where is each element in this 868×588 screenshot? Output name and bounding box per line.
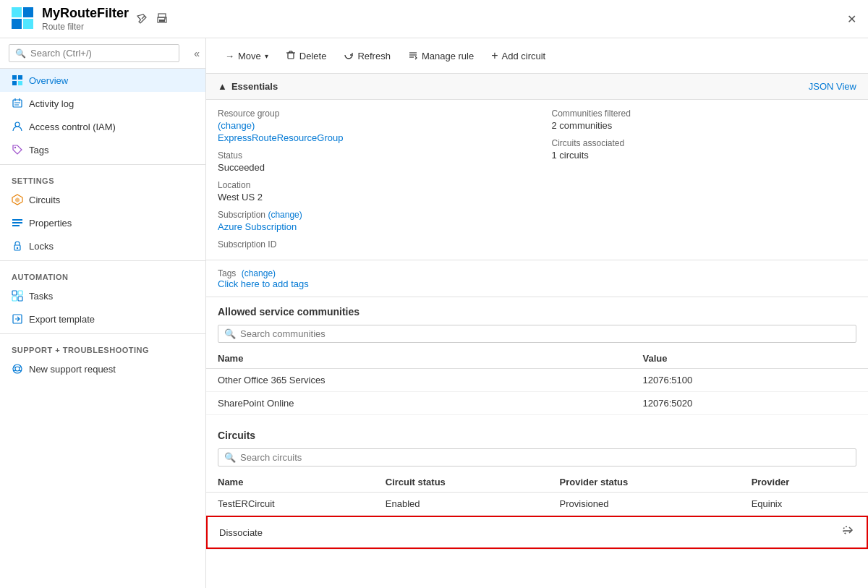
iam-icon [12, 121, 23, 132]
status-value: Succeeded [218, 162, 523, 173]
close-button[interactable]: ✕ [847, 12, 856, 26]
app-subtitle: Route filter [42, 22, 84, 32]
sidebar-item-overview[interactable]: Overview [0, 69, 205, 92]
dissociate-button[interactable]: Dissociate [206, 516, 868, 549]
sidebar-item-circuits[interactable]: Circuits [0, 188, 205, 211]
resource-group-value-link[interactable]: ExpressRouteResourceGroup [218, 132, 523, 143]
svg-point-26 [17, 247, 18, 249]
delete-icon [286, 50, 296, 62]
community-value-0: 12076:5100 [631, 369, 868, 392]
collapse-sidebar-button[interactable]: « [188, 45, 205, 62]
sidebar-item-activity-log[interactable]: Activity log [0, 92, 205, 115]
communities-table: Name Value Other Office 365 Services 120… [206, 349, 868, 415]
sidebar-item-export-template[interactable]: Export template [0, 307, 205, 331]
location-value: West US 2 [218, 192, 523, 203]
sidebar-item-locks[interactable]: Locks [0, 234, 205, 257]
svg-rect-30 [18, 297, 22, 301]
title-bar: MyRouteFilter Route filter ✕ [0, 0, 868, 38]
svg-rect-9 [12, 75, 17, 80]
subscription-change-link[interactable]: (change) [268, 210, 302, 220]
circuit-provider-status-0: Provisioned [548, 493, 740, 516]
move-button[interactable]: → Move ▾ [218, 47, 276, 65]
pin-icon[interactable] [136, 13, 148, 25]
circuits-associated-label: Circuits associated [552, 138, 857, 148]
circuit-name-0: TestERCircuit [206, 493, 374, 516]
move-chevron-icon: ▾ [265, 52, 268, 60]
communities-section-header: Allowed service communities [206, 297, 868, 322]
add-circuit-icon: + [491, 49, 498, 62]
dissociate-label: Dissociate [219, 527, 263, 538]
sidebar-item-overview-label: Overview [29, 75, 68, 86]
svg-rect-5 [158, 14, 166, 17]
dissociate-link-icon [842, 524, 855, 540]
svg-rect-11 [12, 81, 17, 85]
delete-button[interactable]: Delete [278, 46, 334, 66]
svg-point-18 [15, 122, 20, 127]
communities-col-value: Value [631, 349, 868, 369]
export-icon [12, 313, 23, 325]
search-input[interactable] [30, 48, 173, 59]
svg-rect-1 [23, 7, 33, 17]
circuits-search-input[interactable] [240, 452, 850, 463]
circuits-associated-item: Circuits associated 1 circuits [552, 138, 857, 161]
svg-rect-24 [12, 225, 20, 226]
sidebar-item-iam[interactable]: Access control (IAM) [0, 115, 205, 138]
sidebar: 🔍 « Overview [0, 38, 206, 588]
circuits-col-circuit-status: Circuit status [374, 472, 548, 493]
community-name-1: SharePoint Online [206, 392, 631, 415]
circuits-search-bar[interactable]: 🔍 [218, 448, 856, 466]
add-circuit-button[interactable]: + Add circuit [484, 46, 553, 66]
sidebar-item-support-label: New support request [29, 364, 116, 375]
location-label: Location [218, 180, 523, 190]
community-value-1: 12076:5020 [631, 392, 868, 415]
circuits-icon [12, 194, 23, 205]
sidebar-item-tasks[interactable]: Tasks [0, 284, 205, 307]
circuits-section-header: Circuits [206, 421, 868, 446]
circuits-col-provider-status: Provider status [548, 472, 740, 493]
svg-rect-3 [23, 19, 33, 29]
location-item: Location West US 2 [218, 180, 523, 203]
refresh-icon [344, 50, 354, 62]
tags-add-link[interactable]: Click here to add tags [218, 278, 309, 289]
json-view-link[interactable]: JSON View [809, 81, 856, 92]
settings-section-label: Settings [0, 168, 205, 188]
svg-point-19 [14, 147, 16, 148]
communities-search-input[interactable] [240, 328, 850, 339]
communities-filtered-value: 2 communities [552, 120, 857, 131]
automation-section-label: Automation [0, 264, 205, 284]
dissociate-row: Dissociate [206, 516, 868, 550]
refresh-button[interactable]: Refresh [336, 46, 398, 66]
manage-rule-button[interactable]: Manage rule [401, 46, 481, 66]
move-icon: → [225, 51, 234, 61]
sidebar-item-support[interactable]: New support request [0, 357, 205, 380]
title-text: MyRouteFilter Route filter [42, 6, 129, 32]
svg-line-4 [142, 16, 145, 19]
tags-change-link[interactable]: (change) [242, 268, 276, 278]
essentials-collapse-icon[interactable]: ▲ [218, 81, 227, 92]
support-section-label: Support + troubleshooting [0, 337, 205, 357]
support-icon [12, 363, 23, 375]
resource-group-item: Resource group (change) ExpressRouteReso… [218, 108, 523, 143]
svg-point-32 [13, 365, 22, 373]
svg-rect-27 [12, 291, 17, 295]
app-title: MyRouteFilter [42, 6, 129, 21]
communities-search-bar[interactable]: 🔍 [218, 325, 856, 343]
sidebar-item-tasks-label: Tasks [29, 291, 53, 302]
status-item: Status Succeeded [218, 150, 523, 173]
resource-group-change-link[interactable]: (change) [218, 120, 255, 131]
sidebar-item-properties[interactable]: Properties [0, 211, 205, 234]
sidebar-item-properties-label: Properties [29, 218, 72, 229]
subscription-value-link[interactable]: Azure Subscription [218, 221, 523, 232]
tags-icon [12, 144, 23, 155]
app-icon [12, 7, 35, 30]
svg-rect-2 [12, 19, 22, 29]
svg-rect-12 [18, 81, 22, 85]
circuits-col-provider: Provider [740, 472, 868, 493]
print-icon[interactable] [156, 13, 168, 25]
sidebar-search-box[interactable]: 🔍 [9, 44, 179, 62]
svg-rect-38 [288, 53, 294, 59]
circuits-search-icon: 🔍 [224, 452, 236, 463]
communities-filtered-label: Communities filtered [552, 108, 857, 119]
tags-label-text: Tags [218, 268, 236, 278]
sidebar-item-tags[interactable]: Tags [0, 138, 205, 161]
